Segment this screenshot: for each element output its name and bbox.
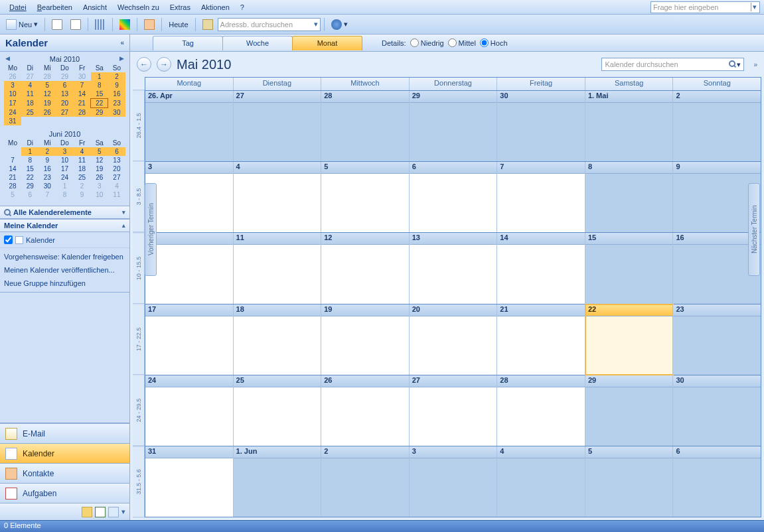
day-cell[interactable]: 14 (497, 233, 585, 303)
day-body[interactable] (145, 174, 233, 232)
day-body[interactable] (497, 245, 585, 303)
day-cell[interactable]: 23 (673, 304, 761, 375)
calendar-checkbox-item[interactable]: Kalender (4, 234, 125, 245)
mini-day[interactable]: 18 (74, 165, 91, 173)
mini-day[interactable]: 15 (21, 165, 38, 173)
day-cell[interactable]: 25 (234, 375, 322, 446)
mini-day[interactable]: 2 (108, 72, 125, 81)
day-body[interactable] (585, 458, 673, 517)
day-body[interactable] (410, 387, 497, 446)
week-label[interactable]: 31.5 - 5.6 (133, 446, 145, 517)
mini-day[interactable]: 1 (91, 72, 108, 81)
mini-day[interactable]: 9 (108, 81, 125, 90)
day-cell[interactable]: 22 (585, 304, 674, 375)
week-label[interactable]: 24 - 29.5 (133, 374, 145, 446)
day-body[interactable] (145, 316, 233, 375)
nav-kontakte[interactable]: Kontakte (0, 463, 129, 483)
mini-day[interactable]: 10 (56, 156, 73, 165)
day-cell[interactable]: 10 (145, 233, 234, 303)
mini-day[interactable] (74, 117, 91, 125)
mini-day[interactable]: 12 (91, 156, 108, 165)
mini-day[interactable] (4, 147, 21, 156)
mini-day[interactable]: 30 (38, 182, 56, 190)
mini-day[interactable]: 21 (74, 99, 91, 108)
mini-day[interactable]: 11 (74, 156, 91, 165)
day-cell[interactable]: 2 (321, 446, 410, 517)
mini-day[interactable]: 3 (56, 147, 73, 156)
day-body[interactable] (410, 316, 497, 375)
next-month-button[interactable]: → (157, 57, 171, 72)
mini-day[interactable]: 16 (38, 165, 56, 173)
day-body[interactable] (145, 245, 233, 303)
day-cell[interactable]: 20 (410, 304, 498, 375)
day-body[interactable] (585, 387, 673, 446)
day-body[interactable] (234, 316, 321, 375)
day-body[interactable] (145, 103, 233, 161)
mini-day[interactable]: 27 (56, 108, 73, 117)
day-cell[interactable]: 13 (410, 233, 498, 303)
mini-day[interactable]: 27 (21, 72, 38, 81)
publish-calendar-link[interactable]: Meinen Kalender veröffentlichen... (4, 263, 125, 277)
expand-chevron-icon[interactable]: » (753, 61, 757, 68)
view-tab-tag[interactable]: Tag (153, 36, 223, 50)
week-label[interactable]: 3 - 8.5 (133, 161, 145, 232)
day-cell[interactable]: 3 (410, 446, 498, 517)
mini-day[interactable]: 3 (91, 182, 108, 190)
mini-day[interactable]: 9 (38, 156, 56, 165)
mini-day[interactable]: 11 (108, 190, 125, 199)
mini-day[interactable]: 13 (56, 90, 73, 99)
mini-day[interactable]: 24 (56, 173, 73, 182)
mini-day[interactable] (21, 117, 38, 125)
my-calendars-header[interactable]: Meine Kalender ▴ (0, 219, 129, 232)
day-body[interactable] (321, 316, 409, 375)
mini-day[interactable]: 2 (74, 182, 91, 190)
day-cell[interactable]: 8 (585, 162, 674, 232)
mini-day[interactable]: 28 (4, 182, 21, 190)
help-button[interactable]: ▾ (328, 17, 351, 32)
day-body[interactable] (585, 103, 673, 161)
day-cell[interactable]: 7 (497, 162, 585, 232)
day-cell[interactable]: 2 (673, 91, 761, 161)
mini-day[interactable]: 9 (74, 190, 91, 199)
mini-day[interactable]: 19 (91, 165, 108, 173)
day-cell[interactable]: 11 (234, 233, 322, 303)
day-cell[interactable]: 5 (585, 446, 674, 517)
mini-day[interactable]: 19 (38, 99, 56, 108)
day-body[interactable] (497, 174, 585, 232)
mini-day[interactable]: 6 (108, 147, 125, 156)
nav-kalender[interactable]: Kalender (0, 443, 129, 463)
calendar-checkbox[interactable] (4, 235, 13, 244)
day-cell[interactable]: 4 (497, 446, 585, 517)
nav-aufgaben[interactable]: Aufgaben (0, 483, 129, 503)
mini-day[interactable]: 5 (91, 147, 108, 156)
mini-day[interactable]: 24 (4, 108, 21, 117)
nav-e-mail[interactable]: E-Mail (0, 423, 129, 443)
day-body[interactable] (497, 458, 585, 517)
mini-day[interactable]: 17 (56, 165, 73, 173)
search-dropdown-icon[interactable]: ▾ (737, 60, 741, 69)
mini-day[interactable]: 12 (38, 90, 56, 99)
mini-day[interactable]: 3 (4, 81, 21, 90)
mini-day[interactable]: 29 (21, 182, 38, 190)
categories-button[interactable] (116, 17, 133, 32)
day-cell[interactable]: 30 (497, 91, 585, 161)
today-button[interactable]: Heute (165, 17, 191, 32)
day-body[interactable] (234, 103, 321, 161)
mini-day[interactable]: 26 (4, 72, 21, 81)
day-body[interactable] (321, 458, 409, 517)
mini-day[interactable] (91, 117, 108, 125)
mini-day[interactable]: 1 (56, 182, 73, 190)
mini-day[interactable]: 28 (74, 108, 91, 117)
all-calendar-items[interactable]: Alle Kalenderelemente ▾ (0, 206, 129, 219)
day-body[interactable] (585, 174, 673, 232)
mini-day[interactable]: 25 (21, 108, 38, 117)
mini-day[interactable]: 14 (74, 90, 91, 99)
new-group-link[interactable]: Neue Gruppe hinzufügen (4, 277, 125, 290)
day-body[interactable] (234, 174, 321, 232)
day-cell[interactable]: 5 (321, 162, 410, 232)
mini-day[interactable]: 4 (21, 81, 38, 90)
grid-button[interactable] (92, 17, 109, 32)
detail-low[interactable]: Niedrig (410, 38, 444, 47)
menu-ansicht[interactable]: Ansicht (78, 2, 112, 13)
print-preview-button[interactable] (67, 17, 84, 32)
